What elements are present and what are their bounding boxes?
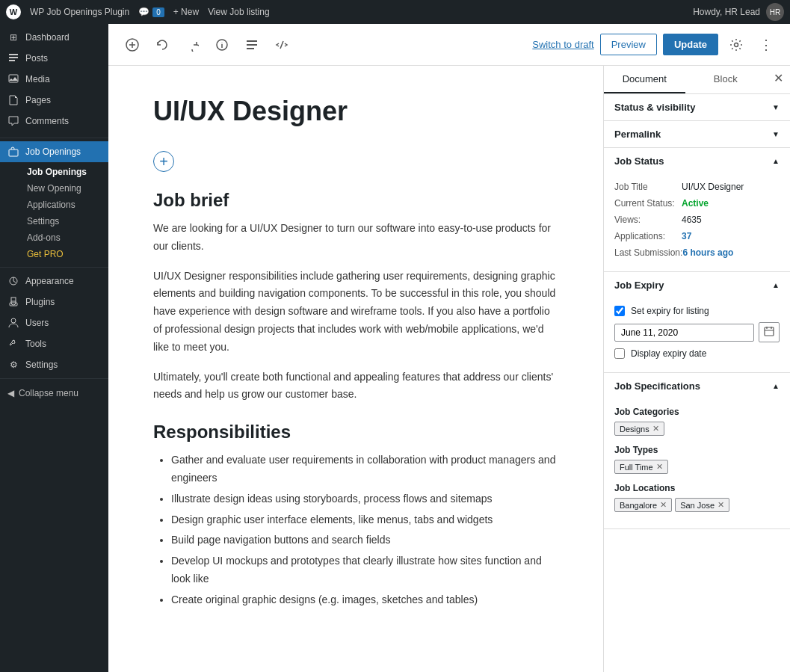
tab-block[interactable]: Block <box>685 66 767 93</box>
location-tag-remove[interactable]: ✕ <box>718 500 724 510</box>
locations-label: Job Locations <box>614 483 780 493</box>
sidebar-item-label: Dashboard <box>25 32 70 43</box>
post-title[interactable]: UI/UX Designer <box>153 96 558 127</box>
chevron-up-icon: ▲ <box>772 382 780 390</box>
section-permalink: Permalink ▼ <box>604 121 790 148</box>
comment-icon: 💬 <box>138 7 149 17</box>
code-editor-btn[interactable] <box>270 33 294 57</box>
sidebar-item-label: Appearance <box>25 276 74 286</box>
sidebar-item-label: Media <box>25 74 50 84</box>
dashboard-icon: ⊞ <box>7 31 19 43</box>
settings-icon: ⚙ <box>7 359 19 371</box>
sidebar-item-pages[interactable]: Pages <box>0 90 108 111</box>
display-expiry-checkbox[interactable] <box>614 348 625 359</box>
panel-close-btn[interactable]: ✕ <box>766 66 790 90</box>
current-status-value: Active <box>682 198 709 209</box>
type-tag-label: Full Time <box>620 463 653 472</box>
users-icon <box>7 317 19 329</box>
sidebar-item-media[interactable]: Media <box>0 69 108 90</box>
block-job-brief-heading: Job brief <box>153 190 558 211</box>
block-paragraph-3: Ultimately, you'll create both functiona… <box>153 369 558 404</box>
info-btn[interactable] <box>210 33 234 57</box>
adminbar-view-listing[interactable]: View Job listing <box>208 7 270 17</box>
sidebar-sub-new-opening[interactable]: New Opening <box>21 180 108 197</box>
sidebar-item-tools[interactable]: Tools <box>0 333 108 354</box>
sidebar-item-posts[interactable]: Posts <box>0 48 108 69</box>
collapse-menu[interactable]: ◀ Collapse menu <box>0 382 108 404</box>
category-tag-remove[interactable]: ✕ <box>652 424 659 434</box>
sidebar-sub-get-pro[interactable]: Get PRO <box>21 246 108 262</box>
last-submission-value: 6 hours ago <box>682 247 733 258</box>
svg-point-14 <box>735 43 738 46</box>
last-submission-label: Last Submission: <box>614 247 682 258</box>
switch-draft-btn[interactable]: Switch to draft <box>532 39 593 50</box>
sidebar-item-dashboard[interactable]: ⊞ Dashboard <box>0 27 108 48</box>
location-tag-sanjose: San Jose ✕ <box>675 498 729 512</box>
chevron-down-icon: ▼ <box>772 103 780 111</box>
sidebar-item-job-openings[interactable]: Job Openings <box>0 141 108 162</box>
sidebar-item-appearance[interactable]: Appearance <box>0 271 108 292</box>
preview-btn[interactable]: Preview <box>600 34 657 55</box>
job-expiry-body: Set expiry for listing Display expiry da… <box>604 298 790 372</box>
tab-document[interactable]: Document <box>604 66 685 93</box>
sidebar-sub-job-openings[interactable]: Job Openings <box>21 164 108 180</box>
svg-point-8 <box>11 318 16 323</box>
sidebar-item-label: Plugins <box>25 297 55 307</box>
sidebar-item-label: Pages <box>25 95 51 105</box>
redo-btn[interactable] <box>180 33 204 57</box>
adminbar-new[interactable]: + New <box>173 7 199 17</box>
sidebar-item-comments[interactable]: Comments <box>0 111 108 132</box>
section-job-specifications-header[interactable]: Job Specifications ▲ <box>604 373 790 399</box>
section-job-expiry-title: Job Expiry <box>614 280 664 291</box>
categories-tags: Designs ✕ <box>614 422 780 436</box>
right-panel: Document Block ✕ Status & visibility ▼ P… <box>603 66 790 672</box>
section-permalink-header[interactable]: Permalink ▼ <box>604 121 790 147</box>
sidebar-item-label: Users <box>25 318 49 328</box>
calendar-btn[interactable] <box>759 322 780 342</box>
block-paragraph-1: We are looking for a UI/UX Designer to t… <box>153 220 558 256</box>
collapse-label: Collapse menu <box>19 388 78 398</box>
adminbar-site[interactable]: WP Job Openings Plugin <box>30 7 129 17</box>
sidebar-item-label: Settings <box>25 360 58 370</box>
add-block-toolbar-btn[interactable] <box>120 33 144 57</box>
undo-btn[interactable] <box>150 33 174 57</box>
set-expiry-checkbox[interactable] <box>614 306 625 316</box>
views-label: Views: <box>614 215 682 225</box>
type-tag-remove[interactable]: ✕ <box>656 462 663 472</box>
avatar: HR <box>766 3 784 21</box>
job-specifications-body: Job Categories Designs ✕ Job Types Full … <box>604 399 790 528</box>
appearance-icon <box>7 275 19 287</box>
section-job-expiry: Job Expiry ▲ Set expiry for listing <box>604 272 790 373</box>
admin-bar: W WP Job Openings Plugin 💬 0 + New View … <box>0 0 790 24</box>
sidebar-item-label: Job Openings <box>25 147 81 157</box>
more-options-btn[interactable]: ⋮ <box>754 33 778 57</box>
category-tag-label: Designs <box>620 425 649 434</box>
section-job-status-header[interactable]: Job Status ▲ <box>604 148 790 174</box>
add-block-btn[interactable]: + <box>153 151 174 172</box>
svg-rect-6 <box>11 298 16 301</box>
update-btn[interactable]: Update <box>663 34 718 55</box>
types-tags: Full Time ✕ <box>614 460 780 474</box>
section-job-expiry-header[interactable]: Job Expiry ▲ <box>604 272 790 298</box>
sidebar-item-plugins[interactable]: Plugins <box>0 292 108 312</box>
applications-value: 37 <box>682 231 691 241</box>
settings-gear-btn[interactable] <box>724 33 748 57</box>
tools-icon <box>7 338 19 350</box>
sidebar-item-settings[interactable]: ⚙ Settings <box>0 354 108 375</box>
location-tag-remove[interactable]: ✕ <box>660 500 667 510</box>
collapse-icon: ◀ <box>7 388 14 398</box>
block-responsibilities-heading: Responsibilities <box>153 422 558 443</box>
list-view-btn[interactable] <box>240 33 264 57</box>
sidebar-item-users[interactable]: Users <box>0 312 108 333</box>
sidebar-sub-settings[interactable]: Settings <box>21 213 108 229</box>
list-item: Create original graphic designs (e.g. im… <box>171 591 558 609</box>
sidebar-sub-applications[interactable]: Applications <box>21 197 108 213</box>
sidebar-sub-addons[interactable]: Add-ons <box>21 229 108 246</box>
editor-content[interactable]: UI/UX Designer + Job brief We are lookin… <box>108 66 603 672</box>
expiry-date-input[interactable] <box>614 324 754 342</box>
locations-tags: Bangalore ✕ San Jose ✕ <box>614 498 780 512</box>
adminbar-comments[interactable]: 💬 0 <box>138 7 164 17</box>
sidebar-item-label: Comments <box>25 116 69 126</box>
section-status-visibility-header[interactable]: Status & visibility ▼ <box>604 94 790 120</box>
sidebar: ⊞ Dashboard Posts Media Pages <box>0 24 108 672</box>
